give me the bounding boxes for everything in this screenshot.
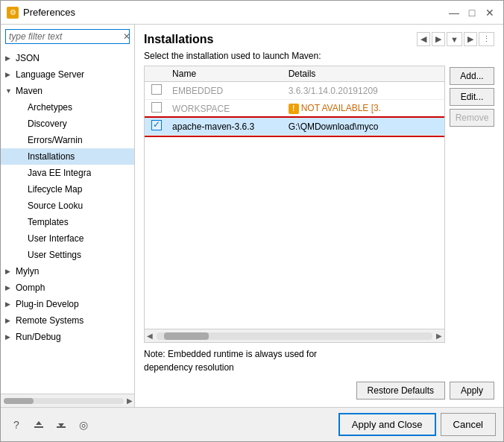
- panel-subtitle: Select the installation used to launch M…: [144, 51, 494, 61]
- nav-forward-button[interactable]: ▶: [432, 32, 445, 46]
- sidebar-item-user-interface[interactable]: User Interface: [1, 230, 134, 247]
- sidebar-label-plugin-develop: Plug-in Develop: [16, 299, 79, 309]
- minimize-button[interactable]: —: [447, 5, 462, 20]
- sidebar-item-mylyn[interactable]: ▶ Mylyn: [1, 263, 134, 280]
- title-controls: — □ ✕: [447, 5, 497, 20]
- edit-button[interactable]: Edit...: [450, 88, 494, 106]
- panel-footer-buttons: Restore Defaults Apply: [144, 382, 494, 400]
- bottom-right-buttons: Apply and Close Cancel: [338, 413, 496, 436]
- svg-rect-0: [34, 426, 43, 428]
- table-scroll-right-btn[interactable]: ▶: [434, 332, 444, 340]
- col-details: Details: [284, 66, 444, 82]
- workspace-checkbox-cell[interactable]: [145, 100, 168, 118]
- table-scroll-thumb: [164, 332, 209, 340]
- search-input[interactable]: [9, 31, 122, 42]
- sidebar-label-mylyn: Mylyn: [16, 266, 39, 277]
- sidebar-item-discovery[interactable]: Discovery: [1, 116, 134, 132]
- apply-button[interactable]: Apply: [450, 382, 494, 400]
- apache-details-cell: G:\QMDownload\myco: [284, 118, 444, 136]
- table-row[interactable]: apache-maven-3.6.3 G:\QMDownload\myco: [145, 118, 444, 136]
- sidebar-label-installations: Installations: [28, 151, 75, 162]
- expand-arrow-run-debug: ▶: [5, 333, 16, 341]
- sidebar-item-archetypes[interactable]: Archetypes: [1, 99, 134, 116]
- workspace-name-cell: WORKSPACE: [168, 100, 284, 118]
- sidebar-label-oomph: Oomph: [16, 282, 45, 293]
- table-row[interactable]: WORKSPACE !NOT AVAILABLE [3.: [145, 100, 444, 118]
- sidebar-item-run-debug[interactable]: ▶ Run/Debug: [1, 329, 134, 345]
- table-empty-space: [145, 136, 444, 329]
- sidebar-item-lifecycle-map[interactable]: Lifecycle Map: [1, 181, 134, 198]
- sidebar-item-remote-systems[interactable]: ▶ Remote Systems: [1, 312, 134, 329]
- sidebar-item-json[interactable]: ▶ JSON: [1, 50, 134, 66]
- add-button[interactable]: Add...: [450, 67, 494, 85]
- sidebar-item-maven[interactable]: ▼ Maven: [1, 83, 134, 99]
- nav-right-button[interactable]: ▶: [464, 32, 477, 46]
- close-button[interactable]: ✕: [482, 5, 497, 20]
- nav-menu-button[interactable]: ⋮: [479, 32, 494, 46]
- apache-name-cell: apache-maven-3.6.3: [168, 118, 284, 136]
- apply-close-button[interactable]: Apply and Close: [338, 413, 436, 436]
- nav-back-button[interactable]: ◀: [417, 32, 430, 46]
- sidebar-label-json: JSON: [16, 53, 40, 63]
- sidebar-item-language-server[interactable]: ▶ Language Server: [1, 66, 134, 83]
- sidebar-label-remote-systems: Remote Systems: [16, 315, 84, 326]
- sidebar-scrollbar[interactable]: ▶: [1, 394, 134, 407]
- sidebar-tree: ▶ JSON ▶ Language Server ▼ Maven Archety…: [1, 48, 134, 394]
- embedded-checkbox[interactable]: [151, 84, 162, 95]
- sidebar-item-user-settings[interactable]: User Settings: [1, 247, 134, 263]
- sidebar-label-lifecycle-map: Lifecycle Map: [28, 184, 82, 195]
- sidebar-label-maven: Maven: [16, 86, 42, 96]
- bottom-icons: ? ◎: [8, 417, 92, 433]
- sidebar-item-errors-warnings[interactable]: Errors/Warnin: [1, 132, 134, 148]
- sidebar-label-discovery: Discovery: [28, 119, 67, 129]
- import-icon[interactable]: [31, 417, 47, 433]
- svg-marker-1: [36, 421, 42, 425]
- sidebar-item-installations[interactable]: Installations: [1, 148, 134, 165]
- restore-defaults-button[interactable]: Restore Defaults: [356, 382, 445, 400]
- sidebar-item-source-lookup[interactable]: Source Looku: [1, 198, 134, 214]
- table-action-buttons: Add... Edit... Remove: [450, 66, 494, 343]
- sidebar-item-java-ee[interactable]: Java EE Integra: [1, 165, 134, 181]
- app-icon: ⚙: [7, 7, 19, 19]
- embedded-checkbox-cell[interactable]: [145, 82, 168, 100]
- expand-arrow-json: ▶: [5, 54, 16, 62]
- sidebar-item-oomph[interactable]: ▶ Oomph: [1, 280, 134, 296]
- panel-title: Installations: [144, 33, 213, 46]
- sidebar-item-plugin-develop[interactable]: ▶ Plug-in Develop: [1, 296, 134, 312]
- apache-checkbox-cell[interactable]: [145, 118, 168, 136]
- sidebar-label-run-debug: Run/Debug: [16, 332, 61, 342]
- search-box[interactable]: ✕: [5, 29, 130, 44]
- installations-table: Name Details EMBEDDED 3.6.3/: [145, 66, 444, 136]
- col-name: Name: [168, 66, 284, 82]
- sidebar-label-archetypes: Archetypes: [28, 102, 72, 113]
- expand-arrow-oomph: ▶: [5, 284, 16, 291]
- sidebar-label-user-settings: User Settings: [28, 250, 81, 260]
- sidebar-item-templates[interactable]: Templates: [1, 214, 134, 230]
- nav-down-button[interactable]: ▼: [447, 32, 462, 46]
- search-clear-icon[interactable]: ✕: [122, 31, 132, 42]
- sidebar-scroll-thumb: [4, 398, 34, 404]
- sidebar-label-templates: Templates: [28, 217, 69, 227]
- table-scroll-left-btn[interactable]: ◀: [145, 332, 155, 340]
- workspace-details-cell: !NOT AVAILABLE [3.: [284, 100, 444, 118]
- help-icon[interactable]: ?: [8, 417, 25, 433]
- table-row[interactable]: EMBEDDED 3.6.3/1.14.0.20191209: [145, 82, 444, 100]
- workspace-checkbox[interactable]: [151, 102, 162, 113]
- expand-arrow-language-server: ▶: [5, 71, 16, 78]
- maximize-button[interactable]: □: [464, 5, 479, 20]
- export-icon[interactable]: [53, 417, 69, 433]
- table-horizontal-scrollbar[interactable]: ◀ ▶: [145, 329, 444, 342]
- expand-arrow-plugin: ▶: [5, 300, 16, 308]
- embedded-details-cell: 3.6.3/1.14.0.20191209: [284, 82, 444, 100]
- panel-header: Installations ◀ ▶ ▼ ▶ ⋮: [144, 32, 494, 46]
- warning-icon: !: [289, 104, 299, 114]
- expand-arrow-remote: ▶: [5, 317, 16, 324]
- installations-table-container: Name Details EMBEDDED 3.6.3/: [144, 66, 445, 343]
- note-text: Note: Embedded runtime is always used fo…: [144, 347, 494, 374]
- apache-checkbox[interactable]: [151, 120, 162, 130]
- cancel-button[interactable]: Cancel: [441, 413, 496, 436]
- remove-button[interactable]: Remove: [450, 109, 494, 127]
- settings-icon[interactable]: ◎: [75, 417, 92, 433]
- sidebar-scroll-right-btn[interactable]: ▶: [127, 397, 134, 405]
- right-panel: Installations ◀ ▶ ▼ ▶ ⋮ Select the insta…: [135, 25, 503, 407]
